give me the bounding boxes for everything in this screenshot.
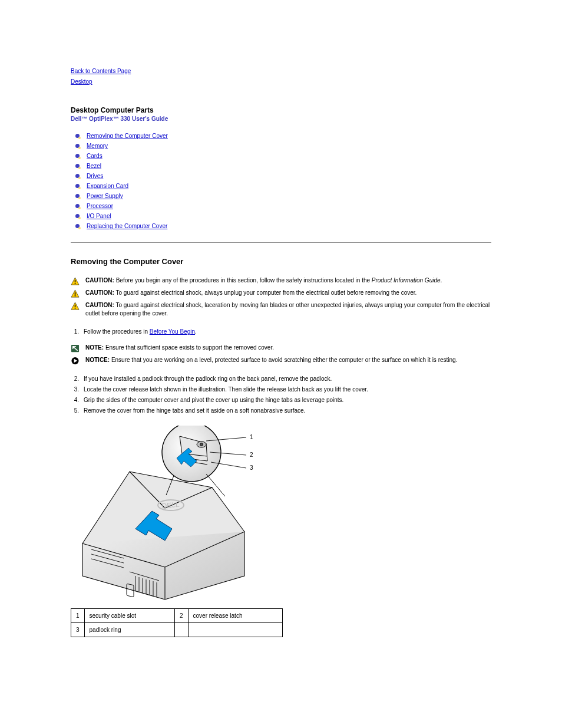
- illustration: DELL: [71, 426, 491, 602]
- note-text: NOTE: Ensure that sufficient space exist…: [85, 344, 491, 352]
- bullet-icon: [75, 214, 80, 218]
- bullet-icon: [75, 184, 80, 188]
- step-body: Locate the cover release latch shown in …: [84, 385, 491, 394]
- callout-num: 2: [174, 609, 188, 623]
- toc-link[interactable]: Removing the Computer Cover: [87, 131, 168, 140]
- table-row: 3 padlock ring: [71, 623, 283, 637]
- step-row: 2. If you have installed a padlock throu…: [71, 374, 491, 383]
- step-row: 3. Locate the cover release latch shown …: [71, 385, 491, 394]
- caution-icon: [71, 289, 80, 298]
- step-number: 3.: [71, 385, 84, 394]
- svg-point-8: [75, 308, 76, 309]
- step-body: Remove the cover from the hinge tabs and…: [84, 406, 491, 415]
- step-row: 1. Follow the procedures in Before You B…: [71, 327, 491, 336]
- svg-point-5: [75, 295, 76, 297]
- caution-row: CAUTION: To guard against electrical sho…: [71, 301, 491, 318]
- caution-icon: [71, 277, 80, 285]
- toc-link[interactable]: Processor: [87, 202, 113, 210]
- callout-label: security cable slot: [84, 609, 174, 623]
- back-link[interactable]: Back to Contents Page: [71, 66, 491, 77]
- step-body: Grip the sides of the computer cover and…: [84, 396, 491, 404]
- toc-link[interactable]: Expansion Card: [87, 182, 128, 190]
- step-number: 5.: [71, 406, 84, 415]
- bullet-icon: [75, 134, 80, 138]
- svg-text:2: 2: [250, 452, 253, 458]
- svg-point-2: [75, 283, 76, 284]
- table-of-contents: Removing the Computer Cover Memory Cards…: [75, 131, 491, 230]
- list-item: I/O Panel: [75, 212, 491, 220]
- bullet-icon: [75, 164, 80, 168]
- step-number: 2.: [71, 374, 84, 383]
- list-item: Bezel: [75, 162, 491, 170]
- svg-text:3: 3: [250, 465, 253, 471]
- note-row: NOTE: Ensure that sufficient space exist…: [71, 344, 491, 353]
- bullet-icon: [75, 144, 80, 148]
- caution-text: CAUTION: To guard against electrical sho…: [85, 289, 491, 297]
- svg-rect-7: [75, 305, 76, 307]
- caution-row: CAUTION: Before you begin any of the pro…: [71, 276, 491, 285]
- callout-label: [188, 623, 282, 637]
- top-navigation: Back to Contents Page Desktop: [71, 66, 491, 87]
- step-body: Follow the procedures in Before You Begi…: [84, 327, 491, 336]
- toc-link[interactable]: Cards: [87, 151, 103, 160]
- step-row: 5. Remove the cover from the hinge tabs …: [71, 406, 491, 415]
- caution-text: CAUTION: To guard against electrical sho…: [85, 301, 491, 318]
- table-row: 1 security cable slot 2 cover release la…: [71, 609, 283, 623]
- divider: [71, 242, 491, 243]
- notice-text: NOTICE: Ensure that you are working on a…: [85, 356, 491, 364]
- page-subtitle: Dell™ OptiPlex™ 330 User's Guide: [71, 116, 491, 122]
- svg-text:1: 1: [250, 434, 253, 440]
- list-item: Processor: [75, 202, 491, 210]
- callout-label: padlock ring: [84, 623, 174, 637]
- caution-row: CAUTION: To guard against electrical sho…: [71, 289, 491, 298]
- svg-point-25: [200, 443, 203, 446]
- svg-rect-4: [75, 292, 76, 295]
- list-item: Memory: [75, 141, 491, 150]
- bullet-icon: [75, 224, 80, 228]
- callout-num: [174, 623, 188, 637]
- toc-link[interactable]: Bezel: [87, 162, 101, 170]
- bullet-icon: [75, 154, 80, 158]
- list-item: Drives: [75, 172, 491, 180]
- bullet-icon: [75, 194, 80, 198]
- toc-link[interactable]: Drives: [87, 172, 103, 180]
- notice-arrow-icon: [71, 357, 80, 365]
- bullet-icon: [75, 204, 80, 208]
- toc-link[interactable]: I/O Panel: [87, 212, 111, 220]
- step-number: 4.: [71, 396, 84, 404]
- section-heading: Removing the Computer Cover: [71, 257, 491, 266]
- list-item: Cards: [75, 151, 491, 160]
- list-item: Power Supply: [75, 192, 491, 200]
- notice-row: NOTICE: Ensure that you are working on a…: [71, 356, 491, 365]
- callout-table: 1 security cable slot 2 cover release la…: [71, 608, 283, 637]
- page-title: Desktop Computer Parts: [71, 106, 491, 114]
- toc-link[interactable]: Power Supply: [87, 192, 123, 200]
- svg-rect-1: [75, 280, 76, 282]
- list-item: Expansion Card: [75, 182, 491, 190]
- list-item: Replacing the Computer Cover: [75, 222, 491, 230]
- step-body: If you have installed a padlock through …: [84, 374, 491, 383]
- step-link[interactable]: Before You Begin: [150, 328, 195, 335]
- note-icon: [71, 344, 80, 353]
- bullet-icon: [75, 174, 80, 178]
- list-item: Removing the Computer Cover: [75, 131, 491, 140]
- callout-label: cover release latch: [188, 609, 282, 623]
- desktop-link[interactable]: Desktop: [71, 77, 491, 87]
- callout-num: 3: [71, 623, 85, 637]
- caution-icon: [71, 302, 80, 310]
- toc-link[interactable]: Replacing the Computer Cover: [87, 222, 167, 230]
- caution-text: CAUTION: Before you begin any of the pro…: [85, 276, 491, 285]
- step-row: 4. Grip the sides of the computer cover …: [71, 396, 491, 404]
- callout-num: 1: [71, 609, 85, 623]
- toc-link[interactable]: Memory: [87, 141, 108, 150]
- step-number: 1.: [71, 327, 84, 336]
